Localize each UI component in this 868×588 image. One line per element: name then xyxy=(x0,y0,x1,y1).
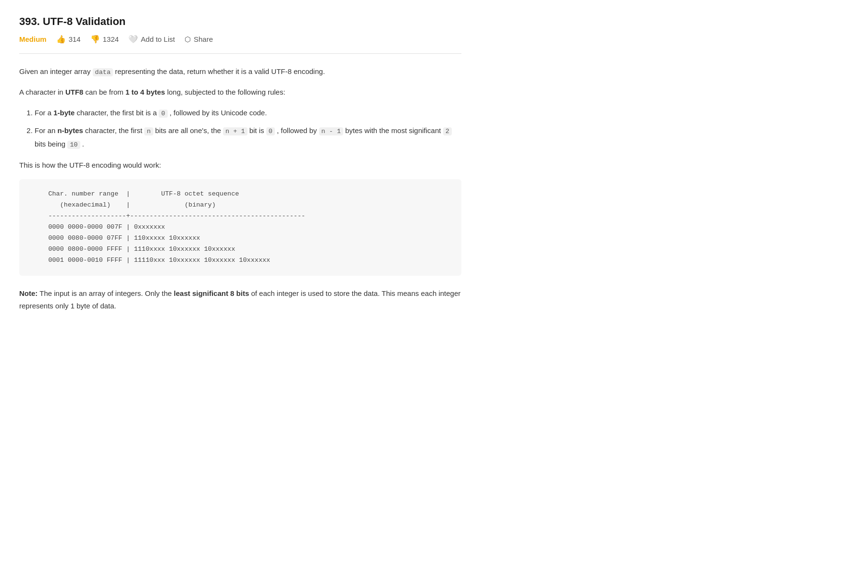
utf8-text-3: long, subjected to the following rules: xyxy=(165,88,285,96)
downvote-count: 1324 xyxy=(103,35,119,43)
divider xyxy=(19,53,461,54)
rule2-code2: n + 1 xyxy=(223,127,248,135)
rule2-code5: 2 xyxy=(443,127,452,135)
rule2-code6: 10 xyxy=(67,141,80,149)
rules-list: For a 1-byte character, the first bit is… xyxy=(35,106,461,151)
rule2-code4: n - 1 xyxy=(319,127,344,135)
downvote-button[interactable]: 👎 1324 xyxy=(90,35,119,44)
intro-text-2: representing the data, return whether it… xyxy=(113,67,325,75)
upvote-count: 314 xyxy=(69,35,81,43)
note-label: Note: xyxy=(19,289,37,297)
thumbs-up-icon: 👍 xyxy=(56,35,66,44)
data-code: data xyxy=(93,68,113,76)
utf8-text-2: can be from xyxy=(83,88,125,96)
heart-icon: 🤍 xyxy=(128,35,138,44)
add-to-list-label: Add to List xyxy=(141,35,175,43)
rule2-code1: n xyxy=(144,127,153,135)
bytes-bold: 1 to 4 bytes xyxy=(125,88,165,96)
meta-row: Medium 👍 314 👎 1324 🤍 Add to List ⬡ Shar… xyxy=(19,35,461,44)
encoding-table: Char. number range | UTF-8 octet sequenc… xyxy=(19,179,461,276)
share-icon: ⬡ xyxy=(185,35,191,44)
rule2-bold: n-bytes xyxy=(58,126,83,135)
add-to-list-button[interactable]: 🤍 Add to List xyxy=(128,35,175,44)
note-bold2: least significant 8 bits xyxy=(174,289,249,297)
problem-description: Given an integer array data representing… xyxy=(19,65,461,312)
upvote-button[interactable]: 👍 314 xyxy=(56,35,81,44)
share-button[interactable]: ⬡ Share xyxy=(185,35,213,44)
note-paragraph: Note: The input is an array of integers.… xyxy=(19,287,461,313)
rule-2: For an n-bytes character, the first n bi… xyxy=(35,124,461,151)
share-label: Share xyxy=(194,35,213,43)
rule1-bold: 1-byte xyxy=(53,109,74,117)
difficulty-badge: Medium xyxy=(19,35,47,43)
rule1-code: 0 xyxy=(159,110,167,118)
thumbs-down-icon: 👎 xyxy=(90,35,100,44)
rule-1: For a 1-byte character, the first bit is… xyxy=(35,106,461,120)
encoding-intro: This is how the UTF-8 encoding would wor… xyxy=(19,159,461,172)
note-text-1: The input is an array of integers. Only … xyxy=(37,289,174,297)
utf8-bold: UTF8 xyxy=(65,88,84,96)
rule2-code3: 0 xyxy=(266,127,275,135)
utf8-text-1: A character in xyxy=(19,88,65,96)
intro-paragraph: Given an integer array data representing… xyxy=(19,65,461,78)
problem-title: 393. UTF-8 Validation xyxy=(19,15,461,28)
utf8-paragraph: A character in UTF8 can be from 1 to 4 b… xyxy=(19,86,461,98)
intro-text-1: Given an integer array xyxy=(19,67,93,75)
